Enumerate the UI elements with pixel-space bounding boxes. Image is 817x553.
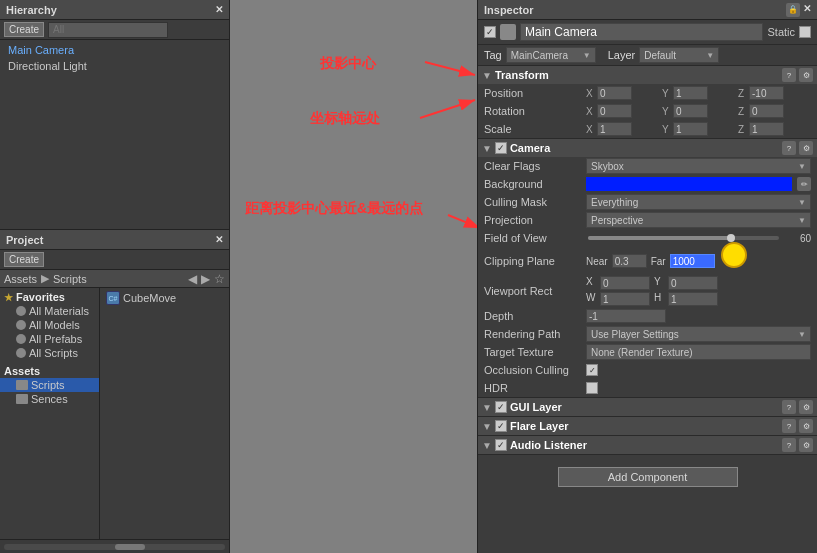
viewport-y-input[interactable] bbox=[668, 276, 718, 290]
camera-enabled-checkbox[interactable]: ✓ bbox=[495, 142, 507, 154]
scale-values: X Y Z bbox=[586, 122, 811, 136]
audio-listener-icon-2[interactable]: ⚙ bbox=[799, 438, 813, 452]
inspector-lock-icon[interactable]: 🔒 bbox=[786, 3, 800, 17]
background-color[interactable] bbox=[586, 177, 792, 191]
fov-slider-track[interactable] bbox=[588, 236, 779, 240]
flare-layer-toggle: ▼ bbox=[482, 421, 492, 432]
hierarchy-item-directional-light[interactable]: Directional Light bbox=[0, 58, 229, 74]
rotation-z-input[interactable] bbox=[749, 104, 784, 118]
scale-z-input[interactable] bbox=[749, 122, 784, 136]
camera-component: ▼ ✓ Camera ? ⚙ Clear Flags Skybox ▼ bbox=[478, 139, 817, 398]
depth-input[interactable] bbox=[586, 309, 666, 323]
project-scrollbar[interactable] bbox=[0, 539, 229, 553]
hierarchy-create-button[interactable]: Create bbox=[4, 22, 44, 37]
project-right-panel: C# CubeMove bbox=[100, 288, 229, 539]
object-name-input[interactable] bbox=[520, 23, 763, 41]
viewport-h-input[interactable] bbox=[668, 292, 718, 306]
viewport-w-input[interactable] bbox=[600, 292, 650, 306]
layer-dropdown-arrow: ▼ bbox=[706, 51, 714, 60]
audio-listener-checkbox[interactable]: ✓ bbox=[495, 439, 507, 451]
flare-layer-section[interactable]: ▼ ✓ Flare Layer ? ⚙ bbox=[478, 417, 817, 436]
position-z-input[interactable] bbox=[749, 86, 784, 100]
transform-header[interactable]: ▼ Transform ? ⚙ bbox=[478, 66, 817, 84]
occlusion-culling-row: Occlusion Culling ✓ bbox=[478, 361, 817, 379]
project-close[interactable]: ✕ bbox=[215, 234, 223, 245]
transform-icon-2[interactable]: ⚙ bbox=[799, 68, 813, 82]
rendering-path-label: Rendering Path bbox=[484, 328, 584, 340]
position-y-input[interactable] bbox=[673, 86, 708, 100]
background-picker-icon[interactable]: ✏ bbox=[797, 177, 811, 191]
hierarchy-item-main-camera[interactable]: Main Camera bbox=[0, 42, 229, 58]
occlusion-culling-checkbox[interactable]: ✓ bbox=[586, 364, 598, 376]
camera-icon-2[interactable]: ⚙ bbox=[799, 141, 813, 155]
rendering-path-arrow: ▼ bbox=[798, 330, 806, 339]
transform-title: Transform bbox=[495, 69, 779, 81]
fov-slider-container: 60 bbox=[588, 233, 811, 244]
culling-mask-dropdown[interactable]: Everything ▼ bbox=[586, 194, 811, 210]
scale-x-input[interactable] bbox=[597, 122, 632, 136]
star-icon[interactable]: ☆ bbox=[214, 272, 225, 286]
clipping-label: Clipping Plane bbox=[484, 255, 584, 267]
hdr-checkbox[interactable] bbox=[586, 382, 598, 394]
rendering-path-row: Rendering Path Use Player Settings ▼ bbox=[478, 325, 817, 343]
hdr-row: HDR bbox=[478, 379, 817, 397]
rotation-y-input[interactable] bbox=[673, 104, 708, 118]
far-input[interactable] bbox=[670, 254, 715, 268]
tree-all-prefabs[interactable]: All Prefabs bbox=[0, 332, 99, 346]
rendering-path-dropdown[interactable]: Use Player Settings ▼ bbox=[586, 326, 811, 342]
flare-layer-icon-1[interactable]: ? bbox=[782, 419, 796, 433]
target-texture-label: Target Texture bbox=[484, 346, 584, 358]
scale-x-label: X bbox=[586, 124, 596, 135]
add-component-button[interactable]: Add Component bbox=[558, 467, 738, 487]
svg-line-1 bbox=[425, 62, 475, 75]
asset-cubemove[interactable]: C# CubeMove bbox=[104, 290, 225, 306]
fov-label: Field of View bbox=[484, 232, 584, 244]
tree-all-scripts[interactable]: All Scripts bbox=[0, 346, 99, 360]
tree-sences[interactable]: Sences bbox=[0, 392, 99, 406]
tree-all-models[interactable]: All Models bbox=[0, 318, 99, 332]
camera-title: Camera bbox=[510, 142, 779, 154]
target-texture-dropdown[interactable]: None (Render Texture) bbox=[586, 344, 811, 360]
clear-flags-dropdown[interactable]: Skybox ▼ bbox=[586, 158, 811, 174]
static-checkbox[interactable] bbox=[799, 26, 811, 38]
favorites-category[interactable]: ★ Favorites bbox=[0, 290, 99, 304]
flare-layer-icon-2[interactable]: ⚙ bbox=[799, 419, 813, 433]
transform-icon-1[interactable]: ? bbox=[782, 68, 796, 82]
audio-listener-icon-1[interactable]: ? bbox=[782, 438, 796, 452]
nav-forward-icon[interactable]: ▶ bbox=[201, 272, 210, 286]
clear-flags-label: Clear Flags bbox=[484, 160, 584, 172]
scale-y-input[interactable] bbox=[673, 122, 708, 136]
nav-back-icon[interactable]: ◀ bbox=[188, 272, 197, 286]
hierarchy-list: Main Camera Directional Light bbox=[0, 40, 229, 76]
audio-listener-section[interactable]: ▼ ✓ Audio Listener ? ⚙ bbox=[478, 436, 817, 455]
tree-all-materials[interactable]: All Materials bbox=[0, 304, 99, 318]
gui-layer-section[interactable]: ▼ ✓ GUI Layer ? ⚙ bbox=[478, 398, 817, 417]
scale-y-coord: Y bbox=[662, 122, 735, 136]
inspector-header: Inspector 🔒 ✕ bbox=[478, 0, 817, 20]
rotation-x-input[interactable] bbox=[597, 104, 632, 118]
gui-layer-icon-2[interactable]: ⚙ bbox=[799, 400, 813, 414]
assets-category[interactable]: Assets bbox=[0, 364, 99, 378]
position-x-coord: X bbox=[586, 86, 659, 100]
project-create-button[interactable]: Create bbox=[4, 252, 44, 267]
camera-header[interactable]: ▼ ✓ Camera ? ⚙ bbox=[478, 139, 817, 157]
camera-icon-1[interactable]: ? bbox=[782, 141, 796, 155]
layer-dropdown[interactable]: Default ▼ bbox=[639, 47, 719, 63]
tree-scripts[interactable]: Scripts bbox=[0, 378, 99, 392]
fov-row: Field of View 60 bbox=[478, 229, 817, 247]
projection-dropdown[interactable]: Perspective ▼ bbox=[586, 212, 811, 228]
position-z-coord: Z bbox=[738, 86, 811, 100]
position-x-input[interactable] bbox=[597, 86, 632, 100]
viewport-x-input[interactable] bbox=[600, 276, 650, 290]
tag-dropdown[interactable]: MainCamera ▼ bbox=[506, 47, 596, 63]
hierarchy-close[interactable]: ✕ bbox=[215, 4, 223, 15]
hierarchy-search-input[interactable] bbox=[48, 22, 168, 38]
inspector-close[interactable]: ✕ bbox=[803, 3, 811, 17]
viewport-y-label: Y bbox=[654, 276, 664, 290]
near-input[interactable] bbox=[612, 254, 647, 268]
gui-layer-checkbox[interactable]: ✓ bbox=[495, 401, 507, 413]
gui-layer-icon-1[interactable]: ? bbox=[782, 400, 796, 414]
object-enabled-checkbox[interactable]: ✓ bbox=[484, 26, 496, 38]
annotation-text-3: 距离投影中心最近&最远的点 bbox=[245, 200, 423, 218]
flare-layer-checkbox[interactable]: ✓ bbox=[495, 420, 507, 432]
